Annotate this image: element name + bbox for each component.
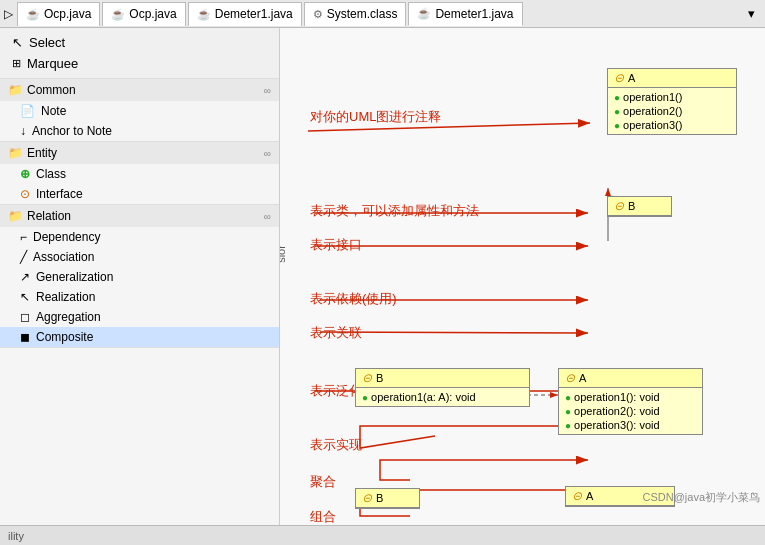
tab-4[interactable]: ☕ Demeter1.java [408, 2, 522, 26]
realization-icon: ↗ [20, 290, 30, 304]
annotation-dependency: 表示依赖(使用) [310, 290, 397, 308]
item-composite[interactable]: ◼ Composite [0, 327, 279, 347]
section-relation-label: Relation [27, 209, 71, 223]
annotation-interface: 表示接口 [310, 236, 362, 254]
uml-box-b-mid: ⊝ B ●operation1(a: A): void [355, 368, 530, 407]
uml-box-a-top-header: ⊝ A [608, 69, 736, 88]
java-icon-4: ☕ [417, 7, 431, 20]
select-icon: ↖ [12, 35, 23, 50]
watermark: CSDN@java初学小菜鸟 [642, 490, 760, 505]
item-aggregation[interactable]: ◻ Aggregation [0, 307, 279, 327]
tab-label-2: Demeter1.java [215, 7, 293, 21]
uml-box-a-mid-header: ⊝ A [559, 369, 702, 388]
marquee-tool[interactable]: ⊞ Marquee [8, 53, 271, 74]
section-common-header[interactable]: 📁 Common ∞ [0, 79, 279, 101]
section-entity-label: Entity [27, 146, 57, 160]
uml-box-a-mid: ⊝ A ●operation1(): void ●operation2(): v… [558, 368, 703, 435]
item-dependency[interactable]: ⌐ Dependency [0, 227, 279, 247]
anchor-icon: ↓ [20, 124, 26, 138]
uml-box-a-mid-body: ●operation1(): void ●operation2(): void … [559, 388, 702, 434]
tab-0[interactable]: ☕ Ocp.java [17, 2, 100, 26]
realization-label: Realization [36, 290, 95, 304]
annotation-class: 表示类，可以添加属性和方法 [310, 202, 479, 220]
pin-icon-entity[interactable]: ∞ [264, 148, 271, 159]
item-generalization[interactable]: ↗ Generalization [0, 267, 279, 287]
canvas-area: sior [280, 28, 765, 525]
dependency-label: Dependency [33, 230, 100, 244]
annotation-aggregation: 聚合 [310, 473, 336, 491]
bottom-bar: ility [0, 525, 765, 545]
class-icon: ⊕ [20, 167, 30, 181]
marquee-icon: ⊞ [12, 57, 21, 70]
uml-box-b-bot-header: ⊝ B [356, 489, 419, 508]
interface-icon: ⊙ [20, 187, 30, 201]
uml-box-b-mid-header: ⊝ B [356, 369, 529, 388]
class-icon-3: ⚙ [313, 8, 323, 21]
pin-icon-relation[interactable]: ∞ [264, 211, 271, 222]
uml-box-b-bot: ⊝ B [355, 488, 420, 509]
section-entity: 📁 Entity ∞ ⊕ Class ⊙ Interface [0, 142, 279, 205]
anchor-label: Anchor to Note [32, 124, 112, 138]
tab-bar: ▷ ☕ Ocp.java ☕ Ocp.java ☕ Demeter1.java … [0, 0, 765, 28]
interface-label: Interface [36, 187, 83, 201]
sidebar: ↖ Select ⊞ Marquee 📁 Common ∞ 📄 Note [0, 28, 280, 525]
java-icon-0: ☕ [26, 8, 40, 21]
folder-icon-common: 📁 [8, 83, 23, 97]
tab-label-4: Demeter1.java [435, 7, 513, 21]
sidebar-top-actions: ↖ Select ⊞ Marquee [0, 28, 279, 79]
dependency-icon: ⌐ [20, 230, 27, 244]
class-label: Class [36, 167, 66, 181]
tab-label-1: Ocp.java [129, 7, 176, 21]
item-association[interactable]: ╱ Association [0, 247, 279, 267]
generalization-icon: ↗ [20, 270, 30, 284]
bottom-left-label: ility [8, 530, 24, 542]
java-icon-1: ☕ [111, 8, 125, 21]
uml-box-a-top-body: ●operation1() ●operation2() ●operation3(… [608, 88, 736, 134]
select-label: Select [29, 35, 65, 50]
expand-icon[interactable]: ▷ [4, 7, 13, 21]
association-icon: ╱ [20, 250, 27, 264]
item-class[interactable]: ⊕ Class [0, 164, 279, 184]
tab-label-3: System.class [327, 7, 398, 21]
section-entity-header[interactable]: 📁 Entity ∞ [0, 142, 279, 164]
uml-box-b-top-header: ⊝ B [608, 197, 671, 216]
folder-icon-entity: 📁 [8, 146, 23, 160]
composite-icon: ◼ [20, 330, 30, 344]
select-tool[interactable]: ↖ Select [8, 32, 271, 53]
item-note[interactable]: 📄 Note [0, 101, 279, 121]
tab-3[interactable]: ⚙ System.class [304, 2, 407, 26]
section-relation: 📁 Relation ∞ ⌐ Dependency ╱ Association … [0, 205, 279, 348]
aggregation-label: Aggregation [36, 310, 101, 324]
annotation-association: 表示关联 [310, 324, 362, 342]
content-area: ↖ Select ⊞ Marquee 📁 Common ∞ 📄 Note [0, 28, 765, 525]
java-icon-2: ☕ [197, 8, 211, 21]
tab-1[interactable]: ☕ Ocp.java [102, 2, 185, 26]
tab-2[interactable]: ☕ Demeter1.java [188, 2, 302, 26]
uml-box-b-top: ⊝ B [607, 196, 672, 217]
tab-end-menu[interactable]: ▾ [742, 4, 761, 23]
section-common-label: Common [27, 83, 76, 97]
aggregation-icon: ◻ [20, 310, 30, 324]
folder-icon-relation: 📁 [8, 209, 23, 223]
item-realization[interactable]: ↗ Realization [0, 287, 279, 307]
section-common: 📁 Common ∞ 📄 Note ↓ Anchor to Note [0, 79, 279, 142]
generalization-label: Generalization [36, 270, 113, 284]
item-interface[interactable]: ⊙ Interface [0, 184, 279, 204]
uml-box-a-top: ⊝ A ●operation1() ●operation2() ●operati… [607, 68, 737, 135]
note-icon: 📄 [20, 104, 35, 118]
association-label: Association [33, 250, 94, 264]
main-container: ▷ ☕ Ocp.java ☕ Ocp.java ☕ Demeter1.java … [0, 0, 765, 545]
item-anchor-to-note[interactable]: ↓ Anchor to Note [0, 121, 279, 141]
composite-label: Composite [36, 330, 93, 344]
uml-box-b-mid-body: ●operation1(a: A): void [356, 388, 529, 406]
marquee-label: Marquee [27, 56, 78, 71]
pin-icon-common[interactable]: ∞ [264, 85, 271, 96]
section-relation-header[interactable]: 📁 Relation ∞ [0, 205, 279, 227]
tab-label-0: Ocp.java [44, 7, 91, 21]
side-label-left: sior [280, 245, 287, 263]
note-label: Note [41, 104, 66, 118]
annotation-uml-note: 对你的UML图进行注释 [310, 108, 441, 126]
annotation-composition: 组合 [310, 508, 336, 525]
annotation-realization: 表示实现 [310, 436, 362, 454]
